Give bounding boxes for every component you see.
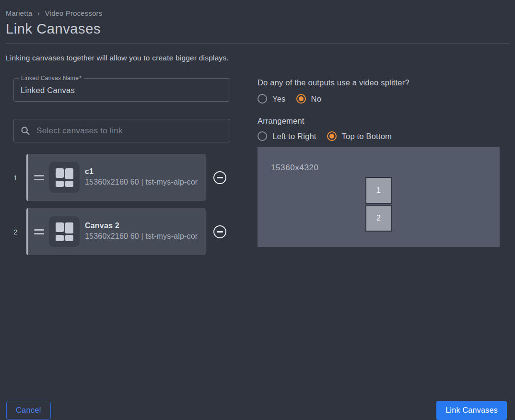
required-marker: * (79, 75, 82, 82)
arrangement-label: Arrangement (258, 117, 500, 126)
canvas-grid-icon (49, 216, 80, 247)
canvas-card-text: c1 15360x2160 60 | tst-mys-alp-cor (85, 167, 198, 187)
search-icon (20, 126, 30, 136)
canvas-subtitle: 15360x2160 60 | tst-mys-alp-cor (85, 177, 198, 187)
remove-circle-icon[interactable] (213, 225, 226, 238)
preview-tiles: 1 2 (365, 177, 392, 232)
canvas-order-number: 1 (13, 174, 26, 182)
canvas-title: c1 (85, 167, 198, 176)
remove-circle-icon[interactable] (213, 171, 226, 184)
drag-handle-icon[interactable] (34, 229, 44, 234)
linked-canvas-name-field: Linked Canvas Name* (13, 78, 230, 102)
arrangement-preview-panel: 15360x4320 1 2 (258, 147, 500, 247)
canvas-subtitle: 15360x2160 60 | tst-mys-alp-cor (85, 231, 198, 241)
canvas-card-canvas-2[interactable]: Canvas 2 15360x2160 60 | tst-mys-alp-cor (26, 208, 206, 255)
breadcrumb-separator: › (37, 10, 40, 17)
radio-icon-yes[interactable] (258, 94, 267, 104)
canvas-title: Canvas 2 (85, 222, 198, 230)
canvas-row: 2 Canvas 2 15360x2160 60 | tst-mys-alp-c… (13, 208, 230, 255)
splitter-radio-group: Yes No (258, 94, 500, 104)
canvas-search-field (13, 119, 230, 142)
preview-tile-1: 1 (365, 177, 392, 204)
breadcrumb-item-video-processors[interactable]: Video Processors (45, 10, 103, 17)
link-canvases-button[interactable]: Link Canvases (436, 401, 507, 420)
footer: Cancel Link Canvases (0, 393, 515, 420)
link-canvases-page: Marietta › Video Processors Link Canvase… (0, 0, 515, 420)
radio-label-left-to-right[interactable]: Left to Right (272, 132, 316, 141)
radio-label-no[interactable]: No (311, 94, 322, 104)
radio-icon-top-to-bottom-selected[interactable] (327, 131, 337, 141)
left-column: Linked Canvas Name* 1 (13, 78, 230, 255)
linked-canvas-name-label: Linked Canvas Name* (19, 74, 84, 82)
page-description: Linking canvases together will allow you… (6, 54, 509, 62)
cancel-button[interactable]: Cancel (6, 401, 51, 420)
header-divider (6, 43, 509, 44)
radio-label-yes[interactable]: Yes (272, 94, 286, 104)
drag-handle-icon[interactable] (34, 175, 44, 180)
arrangement-radio-group: Left to Right Top to Bottom (258, 131, 500, 141)
page-title: Link Canvases (6, 21, 509, 37)
canvas-row: 1 c1 15360x2160 60 | tst-mys-alp-cor (13, 154, 230, 201)
linked-canvas-list: 1 c1 15360x2160 60 | tst-mys-alp-cor (13, 154, 230, 255)
footer-actions: Cancel Link Canvases (0, 393, 515, 420)
radio-label-top-to-bottom[interactable]: Top to Bottom (342, 132, 392, 141)
radio-icon-left-to-right[interactable] (258, 131, 267, 141)
main-content: Linked Canvas Name* 1 (13, 78, 500, 255)
radio-icon-no-selected[interactable] (296, 94, 306, 104)
radio-option-yes[interactable]: Yes (258, 94, 286, 104)
breadcrumb: Marietta › Video Processors (6, 10, 509, 17)
breadcrumb-item-marietta[interactable]: Marietta (6, 10, 33, 17)
radio-option-no[interactable]: No (296, 94, 322, 104)
preview-tile-2: 2 (365, 205, 392, 232)
preview-resolution: 15360x4320 (271, 163, 319, 173)
canvas-order-number: 2 (13, 228, 26, 236)
canvas-search-input[interactable] (36, 126, 223, 136)
radio-option-top-to-bottom[interactable]: Top to Bottom (327, 131, 392, 141)
splitter-question-label: Do any of the outputs use a video splitt… (258, 78, 500, 87)
right-column: Do any of the outputs use a video splitt… (258, 78, 500, 247)
radio-option-left-to-right[interactable]: Left to Right (258, 131, 316, 141)
canvas-card-text: Canvas 2 15360x2160 60 | tst-mys-alp-cor (85, 222, 198, 241)
canvas-card-c1[interactable]: c1 15360x2160 60 | tst-mys-alp-cor (26, 154, 206, 201)
canvas-grid-icon (49, 162, 80, 193)
page-header: Marietta › Video Processors Link Canvase… (0, 0, 515, 44)
